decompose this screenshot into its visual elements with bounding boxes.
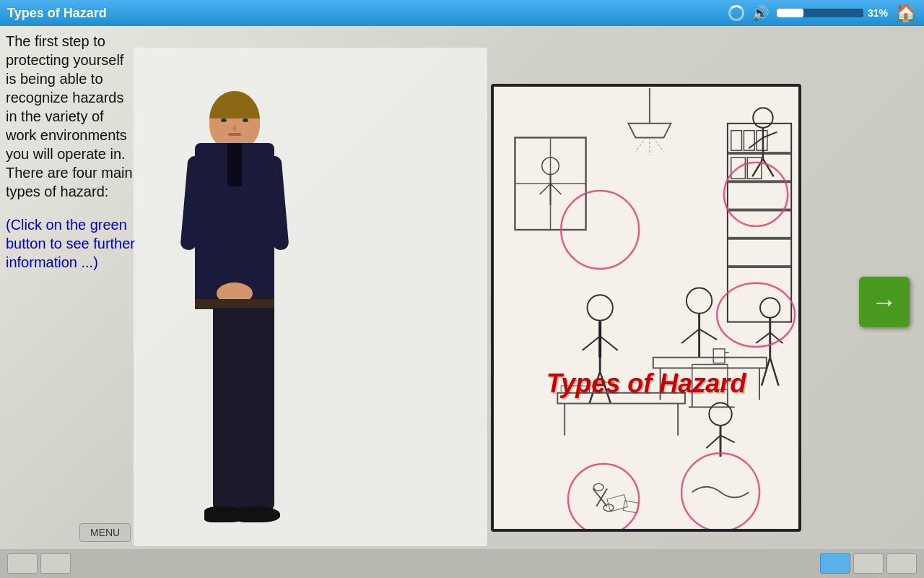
next-button[interactable] [859, 277, 910, 327]
nav-btn-2[interactable] [40, 553, 71, 574]
svg-rect-6 [728, 265, 791, 268]
presenter-shoe-right [237, 506, 280, 522]
svg-rect-2 [728, 152, 791, 155]
nav-btn-1[interactable] [7, 553, 38, 574]
app-header: Types of Hazard 🔊 31% 🏠 [0, 0, 924, 26]
hazard-image-inner: Types of Hazard [494, 87, 798, 529]
nav-btn-active[interactable] [820, 553, 850, 574]
hazard-scene-svg [494, 87, 798, 529]
presenter-area [134, 48, 336, 578]
bottom-navigation [0, 549, 924, 578]
progress-bar-container: 31% [777, 7, 888, 19]
volume-icon[interactable]: 🔊 [751, 4, 770, 22]
presenter-head [209, 91, 260, 149]
home-icon[interactable]: 🏠 [895, 3, 917, 23]
main-content: The first step to protecting yourself is… [0, 26, 924, 578]
menu-button[interactable]: MENU [79, 523, 131, 542]
left-text-panel: The first step to protecting yourself is… [0, 26, 141, 578]
presenter-arms [184, 149, 285, 264]
nav-btn-4[interactable] [886, 553, 917, 574]
click-instruction-text: (Click on the green button to see furthe… [6, 215, 135, 272]
loader-icon [728, 5, 744, 21]
main-body-text: The first step to protecting yourself is… [6, 32, 135, 201]
progress-bar [777, 9, 863, 17]
progress-bar-fill [777, 9, 803, 17]
presenter-hair [209, 91, 260, 118]
progress-label: 31% [868, 7, 888, 19]
nav-btn-3[interactable] [853, 553, 884, 574]
svg-rect-4 [728, 209, 791, 212]
hazard-image-panel: Types of Hazard [491, 84, 801, 532]
presenter-figure [162, 91, 307, 578]
svg-rect-5 [728, 237, 791, 240]
header-title: Types of Hazard [7, 6, 721, 21]
hazard-title-overlay: Types of Hazard [546, 368, 746, 399]
svg-rect-3 [728, 180, 791, 183]
presenter-pants-right [238, 308, 274, 510]
